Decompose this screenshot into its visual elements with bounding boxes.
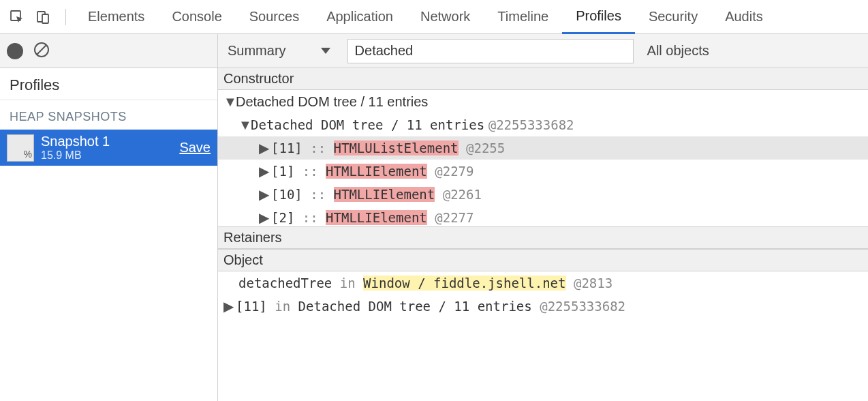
device-toggle-icon[interactable]: [31, 5, 55, 29]
snapshot-icon: [7, 134, 34, 162]
sidebar-title: Profiles: [0, 68, 217, 100]
svg-line-4: [37, 45, 46, 55]
tree-group-label: Detached DOM tree / 11 entries: [251, 117, 484, 132]
disclosure-triangle-icon[interactable]: ▶: [259, 163, 271, 179]
disclosure-triangle-icon[interactable]: ▶: [259, 140, 271, 156]
tree-item[interactable]: ▶[2] :: HTMLLIElement @2277: [218, 206, 868, 226]
object-id: @2277: [435, 210, 474, 225]
snapshot-save-link[interactable]: Save: [179, 140, 211, 155]
view-select-label: Summary: [228, 43, 286, 59]
retainer-row[interactable]: ▶ [11] in Detached DOM tree / 11 entries…: [218, 295, 868, 318]
chevron-down-icon: [320, 43, 331, 59]
devtools-tabbar: ElementsConsoleSourcesApplicationNetwork…: [0, 0, 868, 34]
object-id: @2255333682: [540, 299, 625, 314]
scope-select[interactable]: All objects: [640, 43, 709, 59]
main-area: Profiles HEAP SNAPSHOTS Snapshot 1 15.9 …: [0, 68, 868, 401]
tab-console[interactable]: Console: [158, 0, 235, 34]
tree-item[interactable]: ▶[1] :: HTMLLIElement @2279: [218, 160, 868, 183]
object-id: @2279: [435, 164, 474, 179]
tree-group-label: Detached DOM tree / 11 entries: [236, 94, 428, 110]
separator: [65, 9, 66, 25]
object-id: @2261: [443, 187, 482, 202]
tree-group[interactable]: ▼ Detached DOM tree / 11 entries @225533…: [218, 113, 868, 136]
snapshot-item[interactable]: Snapshot 1 15.9 MB Save: [0, 130, 217, 166]
tab-security[interactable]: Security: [635, 0, 711, 34]
retainer-context: Window / fiddle.jshell.net: [363, 276, 565, 291]
retainers-tree[interactable]: detachedTree in Window / fiddle.jshell.n…: [218, 271, 868, 318]
tree-group[interactable]: ▼ Detached DOM tree / 11 entries: [218, 90, 868, 113]
class-filter-input[interactable]: [347, 39, 634, 63]
constructor-header[interactable]: Constructor: [218, 68, 868, 90]
disclosure-triangle-icon[interactable]: ▶: [223, 298, 236, 314]
item-count: [2]: [271, 210, 294, 225]
item-count: [10]: [271, 187, 303, 202]
item-class: HTMLLIElement: [326, 210, 427, 225]
tab-elements[interactable]: Elements: [74, 0, 158, 34]
tab-profiles[interactable]: Profiles: [562, 0, 635, 34]
disclosure-triangle-icon[interactable]: ▶: [259, 186, 271, 203]
item-class: HTMLUListElement: [334, 140, 459, 155]
retainer-var: detachedTree: [238, 276, 332, 291]
snapshot-size: 15.9 MB: [41, 149, 172, 162]
item-count: [11]: [271, 140, 303, 155]
tree-item[interactable]: ▶[10] :: HTMLLIElement @2261: [218, 183, 868, 206]
svg-rect-2: [42, 14, 48, 23]
tab-application[interactable]: Application: [313, 0, 407, 34]
retainer-in: in: [275, 299, 290, 314]
retainers-header[interactable]: Retainers: [218, 226, 868, 249]
object-id: @2255333682: [489, 117, 574, 132]
record-button[interactable]: [7, 43, 23, 59]
disclosure-triangle-icon[interactable]: ▼: [223, 94, 236, 110]
clear-icon[interactable]: [33, 41, 50, 61]
retainer-row[interactable]: detachedTree in Window / fiddle.jshell.n…: [218, 271, 868, 295]
item-count: [1]: [271, 164, 294, 179]
tab-audits[interactable]: Audits: [711, 0, 777, 34]
item-class: HTMLLIElement: [334, 187, 435, 202]
profiles-toolbar: Summary All objects: [0, 34, 868, 68]
inspect-icon[interactable]: [5, 5, 29, 29]
item-class: HTMLLIElement: [326, 164, 427, 179]
sidebar-section: HEAP SNAPSHOTS: [0, 100, 217, 130]
tab-timeline[interactable]: Timeline: [484, 0, 562, 34]
tree-item[interactable]: ▶[11] :: HTMLUListElement @2255: [218, 136, 868, 160]
profile-content: Constructor ▼ Detached DOM tree / 11 ent…: [218, 68, 868, 401]
tab-network[interactable]: Network: [407, 0, 484, 34]
constructor-tree[interactable]: ▼ Detached DOM tree / 11 entries ▼ Detac…: [218, 90, 868, 226]
disclosure-triangle-icon[interactable]: ▼: [238, 117, 251, 133]
profiles-sidebar: Profiles HEAP SNAPSHOTS Snapshot 1 15.9 …: [0, 68, 218, 401]
retainer-context: Detached DOM tree / 11 entries: [298, 299, 532, 314]
object-id: @2813: [574, 276, 613, 291]
tab-sources[interactable]: Sources: [236, 0, 313, 34]
object-header[interactable]: Object: [218, 249, 868, 271]
disclosure-triangle-icon[interactable]: ▶: [259, 209, 271, 226]
snapshot-name: Snapshot 1: [41, 134, 172, 149]
view-select[interactable]: Summary: [228, 43, 341, 59]
object-id: @2255: [466, 140, 505, 155]
retainer-in: in: [340, 276, 356, 291]
retainer-count: [11]: [236, 299, 267, 314]
